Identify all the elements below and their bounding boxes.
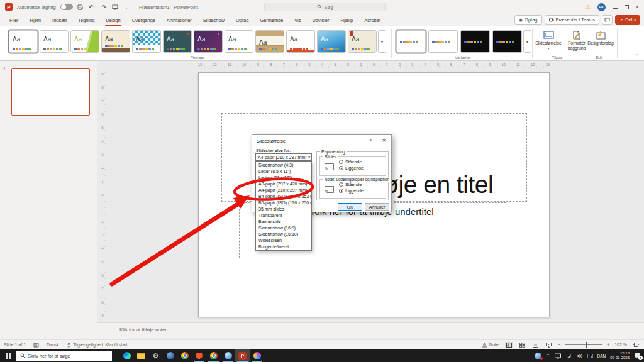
dialog-close-button[interactable]: ✕ xyxy=(382,138,386,143)
minimize-button[interactable] xyxy=(613,8,618,9)
zoom-in-button[interactable]: + xyxy=(607,343,609,347)
zoom-slider[interactable] xyxy=(565,344,602,345)
chrome-taskbar-icon[interactable] xyxy=(177,349,192,362)
notes-pane[interactable]: Klik for at tilføje noter xyxy=(97,322,644,339)
slideshow-view-button[interactable] xyxy=(545,342,553,348)
zoom-level[interactable]: 102 % xyxy=(614,343,627,347)
size-option[interactable]: Ledger (11 x 17") xyxy=(256,175,311,181)
slide-size-combobox[interactable]: A4-papir (210 x 297 mm) ▼ xyxy=(255,153,312,161)
language-indicator[interactable]: DAN xyxy=(597,354,606,358)
size-option[interactable]: Brugerdefineret xyxy=(256,244,311,250)
chrome-2-taskbar-icon[interactable] xyxy=(206,349,221,362)
app-blue-taskbar-icon[interactable] xyxy=(163,349,177,362)
hidden-icons-chevron[interactable]: ⌃ xyxy=(546,353,550,359)
customize-quick-access-icon[interactable] xyxy=(124,4,129,9)
variant-4[interactable] xyxy=(492,30,522,53)
tab-slideshow[interactable]: Slideshow xyxy=(197,14,230,26)
size-option[interactable]: Transparent xyxy=(256,212,311,219)
theme-slate[interactable]: Aa xyxy=(163,30,192,53)
network-icon[interactable] xyxy=(565,353,572,359)
explorer-taskbar-icon[interactable] xyxy=(134,349,148,362)
tab-design[interactable]: Design xyxy=(100,14,126,26)
size-option[interactable]: 35 mm slides xyxy=(256,206,311,212)
tab-hjælp[interactable]: Hjælp xyxy=(335,14,359,26)
theme-office[interactable]: Aa xyxy=(9,30,38,53)
themes-more-button[interactable]: ▾ xyxy=(378,30,386,53)
slide-sorter-view-button[interactable] xyxy=(518,342,526,348)
edge-taskbar-icon[interactable] xyxy=(119,349,134,362)
notes-portrait-radio[interactable]: Stående xyxy=(339,182,364,187)
tab-hjem[interactable]: Hjem xyxy=(25,14,47,26)
tab-udvikler[interactable]: Udvikler xyxy=(306,14,335,26)
slide-count[interactable]: Slide 1 af 1 xyxy=(4,343,26,347)
close-button[interactable]: × xyxy=(636,4,639,10)
slides-landscape-radio[interactable]: Liggende xyxy=(339,166,364,170)
reading-view-button[interactable] xyxy=(531,342,540,348)
tab-filer[interactable]: Filer xyxy=(4,14,25,26)
tab-acrobat[interactable]: Acrobat xyxy=(358,14,386,26)
size-option[interactable]: B4-papir (ISO) (250 x 353 mm) xyxy=(256,194,311,200)
maximize-button[interactable] xyxy=(625,5,629,9)
size-option[interactable]: Bannerside xyxy=(256,219,311,225)
notification-center[interactable]: 1 xyxy=(634,353,641,359)
notes-toggle[interactable]: Noter xyxy=(482,343,500,348)
theme-slice[interactable]: Aa xyxy=(317,30,346,53)
theme-8[interactable]: Aa xyxy=(225,30,253,53)
size-option[interactable]: A4-papir (210 x 297 mm) xyxy=(256,187,311,194)
tab-gennemse[interactable]: Gennemse xyxy=(254,14,289,26)
pen-settings-icon[interactable] xyxy=(587,353,593,359)
variant-2[interactable] xyxy=(428,30,458,53)
size-option[interactable]: Letter (8,5 x 11") xyxy=(256,168,311,175)
settings-taskbar-icon[interactable]: ⚙ xyxy=(148,349,163,362)
dialog-help-button[interactable]: ? xyxy=(369,138,372,143)
start-button[interactable] xyxy=(0,349,16,362)
clock[interactable]: 15:10 03-01-2026 xyxy=(610,351,630,360)
theme-berlin[interactable]: Aa xyxy=(286,30,315,53)
slide-thumbnail[interactable] xyxy=(11,68,90,116)
ok-button[interactable]: OK xyxy=(338,203,362,211)
theme-depth[interactable]: Aa xyxy=(348,30,377,53)
slides-portrait-radio[interactable]: Stående xyxy=(339,160,364,164)
tab-tegning[interactable]: Tegning xyxy=(72,14,100,26)
fit-slide-button[interactable] xyxy=(632,341,640,348)
tab-vis[interactable]: Vis xyxy=(289,14,306,26)
undo-icon[interactable]: ↶⌄ xyxy=(89,4,96,10)
size-option[interactable]: Skærmshow (16:10) xyxy=(256,231,311,238)
accessibility-status[interactable]: Tilgængelighed: Klar til start xyxy=(67,343,128,348)
taskbar-search[interactable]: Skriv her for at søge xyxy=(16,351,112,361)
size-option[interactable]: Widescreen xyxy=(256,238,311,244)
size-option[interactable]: A3-papir (297 x 420 mm) xyxy=(256,181,311,187)
present-icon[interactable] xyxy=(112,4,118,10)
variant-1[interactable] xyxy=(396,30,426,53)
tab-animationer[interactable]: Animationer xyxy=(161,14,197,26)
sphere-taskbar-icon[interactable] xyxy=(221,349,235,362)
comments-button[interactable] xyxy=(602,15,613,25)
zoom-slider-thumb[interactable] xyxy=(586,342,587,348)
theme-2[interactable]: Aa xyxy=(40,30,69,53)
redo-icon[interactable]: ↷ xyxy=(101,4,106,10)
paint-taskbar-icon[interactable] xyxy=(250,349,264,362)
slide-size-button[interactable]: Slidestørrelse ▾ xyxy=(534,31,563,51)
search-box[interactable]: Søg xyxy=(264,3,386,11)
tab-indsæt[interactable]: Indsæt xyxy=(47,14,72,26)
display-icon[interactable] xyxy=(555,353,561,359)
size-option[interactable]: Skærmshow (16:9) xyxy=(256,225,311,231)
size-option[interactable]: B5-papir (ISO) (176 x 250 mm) xyxy=(256,200,311,206)
save-icon[interactable] xyxy=(77,4,83,10)
theme-wood[interactable]: Aa xyxy=(255,30,284,53)
warning-icon[interactable]: ⚠ xyxy=(586,4,591,10)
tab-optag[interactable]: Optag xyxy=(230,14,254,26)
browser-notification-icon[interactable] xyxy=(535,353,541,359)
language-status[interactable]: Dansk xyxy=(47,343,59,347)
record-button[interactable]: ◉ Optag xyxy=(514,15,542,25)
avatar[interactable]: PA xyxy=(597,3,606,11)
notes-book-icon[interactable] xyxy=(33,343,39,348)
size-option[interactable]: Skærmshow (4:3) xyxy=(256,162,311,168)
design-ideas-button[interactable]: Designforslag xyxy=(585,31,616,46)
theme-ion[interactable]: Aa xyxy=(194,30,223,53)
theme-organic[interactable]: Aa xyxy=(101,30,130,53)
brave-taskbar-icon[interactable] xyxy=(192,349,206,362)
cancel-button[interactable]: Annuller xyxy=(365,203,389,211)
collapse-ribbon-icon[interactable]: ⌄ xyxy=(635,52,638,57)
zoom-out-button[interactable]: − xyxy=(558,343,560,347)
